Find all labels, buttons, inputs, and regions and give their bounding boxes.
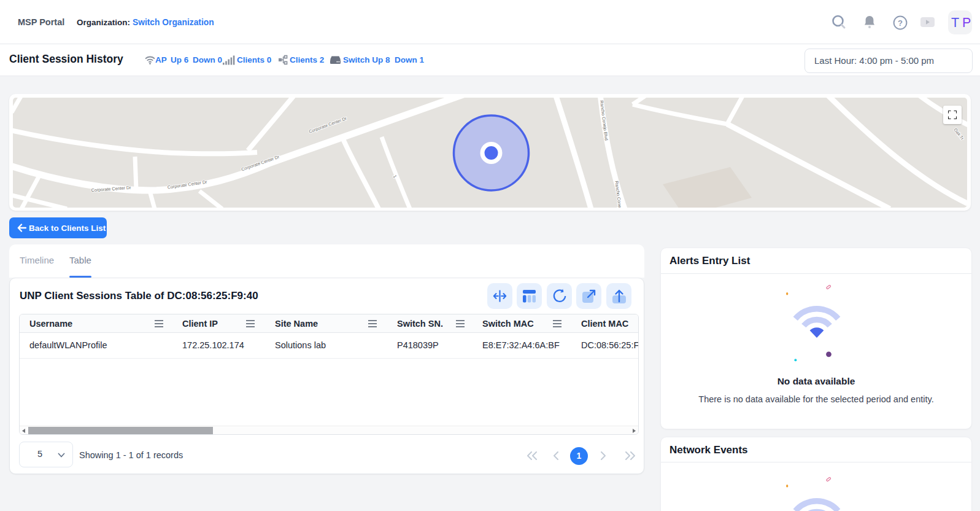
svg-text:Oak Tr: Oak Tr <box>952 127 965 141</box>
svg-text:Corporate Center Dr: Corporate Center Dr <box>308 115 348 135</box>
svg-text:Rancho Conejo Blvd: Rancho Conejo Blvd <box>599 100 609 141</box>
svg-text:?: ? <box>898 18 903 28</box>
